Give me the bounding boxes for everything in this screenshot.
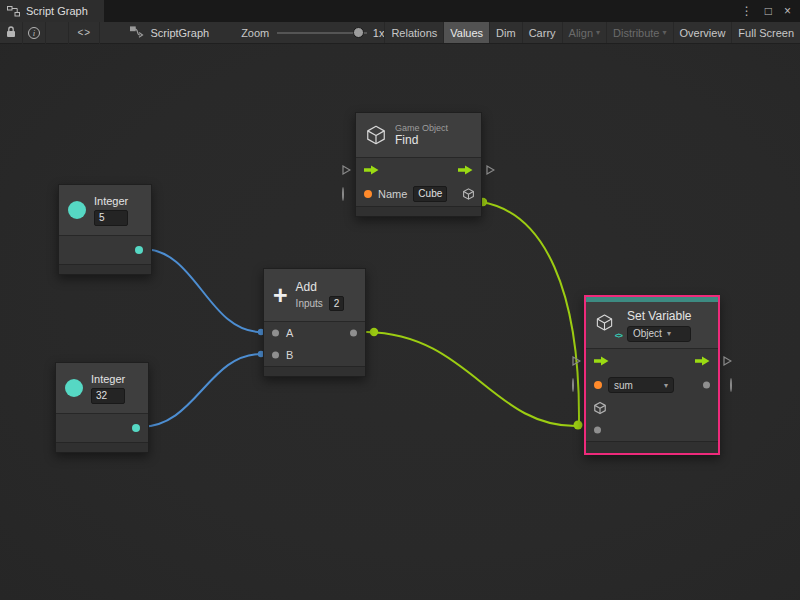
port-label-b: B [286,349,293,361]
values-button[interactable]: Values [443,22,489,43]
align-button[interactable]: Align ▾ [562,22,606,43]
integer-node-2[interactable]: Integer 32 [55,362,149,453]
integer-output-port[interactable] [132,424,140,432]
edit-source-button[interactable]: <> [68,22,100,44]
dim-button[interactable]: Dim [489,22,522,43]
integer-literal-icon [68,201,86,219]
node-category: Game Object [395,123,448,133]
flow-row [586,349,718,373]
window-maximize-icon[interactable]: □ [765,5,772,17]
gameobject-cube-icon [365,124,387,146]
node-title: Add [296,280,345,294]
fullscreen-button[interactable]: Full Screen [731,22,800,43]
flow-in-port[interactable] [594,356,609,366]
wire-find-to-setvariable[interactable] [481,202,579,422]
node-header: Game Object Find [356,113,481,157]
name-row: Name Cube [356,182,481,206]
carry-button-label: Carry [529,27,556,39]
dim-button-label: Dim [496,27,516,39]
output-row [59,236,151,264]
wire-endpoint-dot [370,328,378,336]
inputs-label: Inputs [296,298,323,309]
flow-in-marker[interactable] [342,165,351,175]
object-input-port[interactable] [593,401,607,415]
flow-out-marker[interactable] [723,356,732,366]
caret-down-icon: ▾ [663,28,667,37]
graph-name-label: ScriptGraph [150,27,209,39]
node-header: <> Set Variable Object ▾ [586,302,718,348]
variable-output-port[interactable] [703,382,710,389]
tab-title: Script Graph [26,5,88,17]
flow-in-port[interactable] [364,165,379,175]
zoom-slider-knob[interactable] [353,27,364,38]
node-footer [356,206,481,216]
find-node[interactable]: Game Object Find Name [355,112,482,217]
value-input-row [586,419,718,441]
node-footer [59,264,151,274]
set-variable-node[interactable]: <> Set Variable Object ▾ [584,295,720,455]
wire-add-to-setvariable[interactable] [367,332,578,426]
distribute-button[interactable]: Distribute ▾ [606,22,672,43]
graph-toolbar: i <> ScriptGraph Zoom 1x Relations Value… [0,22,800,44]
flow-out-port[interactable] [695,356,710,366]
variable-name-port[interactable] [594,381,602,389]
integer-value-field[interactable]: 32 [91,388,125,404]
add-node[interactable]: + Add Inputs 2 A B [263,268,366,377]
node-title: Integer [91,373,125,385]
flow-row [356,158,481,182]
zoom-slider[interactable] [277,22,367,44]
variable-name-row: sum ▾ [586,373,718,397]
port-row-b: B [264,344,365,366]
gameobject-output-port[interactable] [462,188,475,201]
graph-breadcrumb[interactable]: ScriptGraph [130,26,209,40]
integer-node-1[interactable]: Integer 5 [58,184,152,275]
name-value-field[interactable]: Cube [413,186,447,202]
flow-out-port[interactable] [458,165,473,175]
sum-output-port[interactable] [350,330,357,337]
node-header: Integer 5 [59,185,151,235]
input-port-a[interactable] [272,330,279,337]
inputs-count-field[interactable]: 2 [329,296,345,311]
window-controls: ⋮ □ × [741,0,800,22]
carry-button[interactable]: Carry [522,22,562,43]
node-footer [586,441,718,453]
port-row-a: A [264,322,365,344]
relations-button[interactable]: Relations [384,22,443,43]
flow-in-marker[interactable] [572,356,581,366]
node-header: + Add Inputs 2 [264,269,365,321]
zoom-value: 1x [373,27,385,39]
set-variable-icon: <> [595,313,619,337]
overview-button[interactable]: Overview [673,22,732,43]
graph-canvas[interactable]: Integer 5 Integer 32 + [0,44,800,600]
window-menu-icon[interactable]: ⋮ [741,5,753,17]
lock-button[interactable] [0,22,23,44]
integer-value-field[interactable]: 5 [94,210,128,226]
add-icon: + [273,283,288,308]
align-button-label: Align [569,27,593,39]
node-title: Integer [94,195,128,207]
info-button[interactable]: i [23,22,47,44]
name-input-port[interactable] [364,190,372,198]
variable-scope-dropdown[interactable]: Object ▾ [627,326,691,342]
name-label: Name [378,188,407,200]
input-port-b[interactable] [272,352,279,359]
lock-icon [6,26,16,40]
value-input-port[interactable] [594,427,601,434]
node-title: Find [395,133,418,147]
wire-integer5-to-add-a[interactable] [143,249,261,332]
caret-down-icon: ▾ [664,381,668,390]
variable-scope-value: Object [633,328,662,339]
flow-out-marker[interactable] [486,165,495,175]
caret-down-icon: ▾ [667,329,671,338]
overview-button-label: Overview [680,27,726,39]
wire-integer32-to-add-b[interactable] [140,354,261,427]
integer-output-port[interactable] [135,246,143,254]
fullscreen-button-label: Full Screen [738,27,794,39]
object-target-row [586,397,718,419]
tab-script-graph[interactable]: Script Graph [0,0,104,22]
window-close-icon[interactable]: × [784,5,791,17]
zoom-label: Zoom [241,27,269,39]
variable-name-dropdown[interactable]: sum ▾ [608,377,674,393]
info-icon: i [28,27,40,39]
integer-literal-icon [65,379,83,397]
